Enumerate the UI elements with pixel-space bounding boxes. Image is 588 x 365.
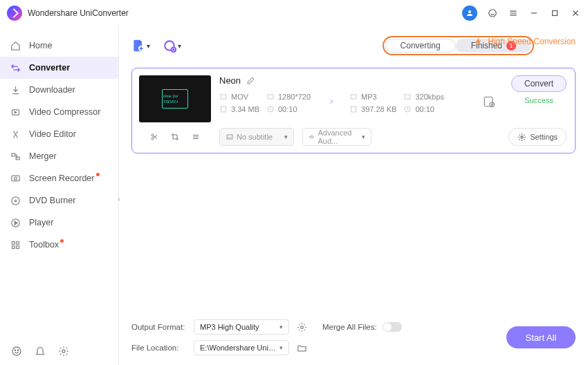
user-avatar[interactable]	[462, 6, 477, 21]
svg-point-35	[521, 135, 523, 138]
maximize-icon[interactable]	[549, 8, 560, 19]
file-location-label: File Location:	[131, 344, 187, 352]
svg-rect-2	[553, 11, 558, 16]
src-format: MOV	[231, 93, 248, 101]
subtitle-dropdown[interactable]: No subtitle ▾	[219, 128, 294, 146]
audio-dropdown[interactable]: Advanced Aud... ▾	[302, 128, 371, 146]
sidebar: Home Converter Downloader Video Compress…	[0, 26, 119, 365]
menu-icon[interactable]	[508, 8, 519, 19]
convert-button[interactable]: Convert	[511, 75, 567, 92]
src-dur: 00:10	[278, 105, 297, 113]
app-logo-icon	[7, 6, 22, 21]
merge-label: Merge All Files:	[322, 323, 377, 331]
svg-rect-14	[16, 245, 19, 248]
svg-rect-4	[11, 153, 15, 156]
high-speed-toggle[interactable]: High Speed Conversion	[474, 37, 576, 46]
file-location-select[interactable]: E:\Wondershare UniConverter▾	[194, 340, 289, 355]
sidebar-item-dvd[interactable]: DVD Burner	[0, 189, 118, 212]
audio-label: Advanced Aud...	[318, 129, 362, 145]
subtitle-label: No subtitle	[237, 133, 273, 141]
main-panel: ▾ ▾ Converting Finished1 High Speed Conv…	[119, 26, 588, 365]
sidebar-item-label: Downloader	[29, 85, 75, 95]
output-format-label: Output Format:	[131, 323, 187, 331]
settings-label: Settings	[530, 133, 558, 141]
chevron-down-icon: ▾	[362, 133, 365, 140]
status-label: Success	[524, 96, 553, 104]
sidebar-item-recorder[interactable]: Screen Recorder	[0, 167, 118, 189]
trim-icon[interactable]	[150, 132, 158, 142]
thumb-text: time for VIDEO	[163, 93, 192, 104]
chevron-down-icon: ▾	[147, 42, 150, 50]
edit-name-icon[interactable]	[246, 76, 255, 85]
sidebar-item-label: Player	[29, 218, 53, 227]
sidebar-item-downloader[interactable]: Downloader	[0, 79, 118, 101]
svg-point-36	[300, 326, 303, 328]
high-speed-label: High Speed Conversion	[488, 37, 576, 46]
crop-icon[interactable]	[171, 132, 179, 142]
tab-converting[interactable]: Converting	[385, 39, 456, 53]
svg-rect-24	[268, 95, 273, 99]
output-format-select[interactable]: MP3 High Quality▾	[194, 319, 289, 335]
sidebar-item-player[interactable]: Player	[0, 212, 118, 234]
sidebar-item-label: Home	[29, 41, 52, 50]
sidebar-item-label: Merger	[29, 151, 57, 161]
add-file-button[interactable]: ▾	[131, 39, 150, 53]
title-bar: Wondershare UniConverter	[0, 0, 588, 26]
svg-rect-12	[16, 241, 19, 244]
sidebar-item-merger[interactable]: Merger	[0, 145, 118, 167]
sidebar-item-label: DVD Burner	[29, 196, 75, 205]
open-folder-icon[interactable]	[296, 342, 307, 353]
src-res: 1280*720	[278, 93, 311, 101]
dst-size: 397.28 KB	[361, 105, 396, 113]
svg-rect-11	[12, 241, 15, 244]
svg-rect-27	[351, 106, 356, 112]
file-name: Neon	[219, 75, 241, 86]
sidebar-item-label: Video Editor	[29, 129, 76, 139]
svg-rect-22	[221, 95, 226, 99]
sidebar-item-toolbox[interactable]: Toolbox	[0, 234, 118, 256]
sidebar-item-label: Toolbox	[29, 240, 59, 250]
chevron-down-icon: ▾	[178, 42, 181, 50]
src-size: 3.34 MB	[231, 105, 259, 113]
dst-bitrate: 320kbps	[415, 93, 444, 101]
close-icon[interactable]	[570, 8, 581, 19]
svg-point-7	[14, 177, 17, 180]
minimize-icon[interactable]	[529, 8, 540, 19]
notifications-icon[interactable]	[35, 346, 46, 357]
svg-point-0	[468, 10, 471, 13]
svg-point-15	[12, 347, 21, 355]
svg-rect-28	[405, 95, 410, 99]
sidebar-item-label: Screen Recorder	[29, 174, 95, 183]
merge-toggle[interactable]	[383, 322, 402, 332]
sidebar-item-converter[interactable]: Converter	[0, 57, 118, 79]
arrow-right-icon	[323, 95, 337, 111]
effects-icon[interactable]	[192, 132, 200, 142]
file-settings-button[interactable]: Settings	[508, 128, 567, 146]
svg-point-8	[11, 196, 19, 204]
tab-label: Converting	[401, 41, 441, 50]
start-all-button[interactable]: Start All	[506, 326, 576, 348]
file-card: time for VIDEO Neon MOV 3.34 MB 1280*720	[131, 68, 576, 153]
sidebar-item-home[interactable]: Home	[0, 35, 118, 57]
add-url-button[interactable]: ▾	[163, 39, 181, 53]
format-settings-icon[interactable]	[296, 321, 307, 333]
svg-rect-26	[351, 95, 356, 99]
svg-point-17	[17, 350, 18, 350]
app-title: Wondershare UniConverter	[28, 8, 129, 18]
svg-rect-6	[11, 176, 19, 181]
svg-rect-13	[12, 245, 15, 248]
sidebar-item-editor[interactable]: Video Editor	[0, 123, 118, 145]
svg-point-16	[15, 350, 15, 350]
video-thumbnail[interactable]: time for VIDEO	[139, 75, 211, 122]
sidebar-item-compressor[interactable]: Video Compressor	[0, 101, 118, 123]
feedback-icon[interactable]	[11, 346, 22, 357]
chevron-down-icon: ▾	[284, 133, 288, 140]
output-settings-icon[interactable]	[482, 95, 496, 111]
svg-rect-23	[221, 106, 226, 112]
support-icon[interactable]	[487, 8, 498, 19]
svg-rect-34	[227, 135, 232, 139]
svg-point-1	[489, 10, 497, 17]
svg-point-18	[62, 350, 65, 353]
file-location-value: E:\Wondershare UniConverter	[200, 344, 279, 352]
settings-icon[interactable]	[58, 346, 69, 357]
